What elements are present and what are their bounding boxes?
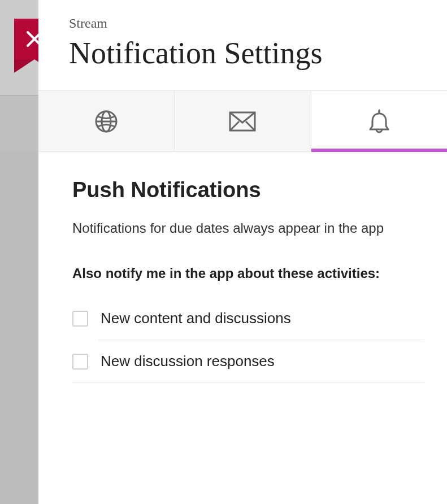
push-settings-section: Push Notifications Notifications for due… (38, 152, 447, 504)
svg-line-6 (230, 121, 239, 131)
checkbox-new-responses[interactable] (72, 354, 88, 370)
globe-icon (94, 109, 119, 134)
option-new-content[interactable]: New content and discussions (72, 297, 424, 340)
section-subtitle: Also notify me in the app about these ac… (72, 266, 424, 281)
tab-push[interactable] (311, 91, 447, 151)
notification-options: New content and discussions New discussi… (72, 297, 424, 383)
breadcrumb: Stream (69, 16, 447, 31)
section-title: Push Notifications (72, 178, 424, 202)
checkbox-new-content[interactable] (72, 311, 88, 327)
panel-header: Stream Notification Settings (38, 0, 447, 91)
backdrop-divider (0, 95, 38, 95)
option-label: New content and discussions (101, 310, 291, 327)
tab-email[interactable] (175, 91, 311, 151)
tab-stream[interactable] (38, 91, 175, 151)
settings-panel: Stream Notification Settings (38, 0, 447, 504)
option-label: New discussion responses (101, 353, 275, 370)
divider (72, 383, 424, 383)
mail-icon (229, 111, 256, 132)
tab-bar (38, 91, 447, 152)
svg-line-7 (246, 121, 255, 131)
option-new-responses[interactable]: New discussion responses (72, 340, 424, 383)
page-title: Notification Settings (69, 37, 447, 70)
bell-icon (368, 109, 390, 134)
section-note: Notifications for due dates always appea… (72, 220, 424, 236)
